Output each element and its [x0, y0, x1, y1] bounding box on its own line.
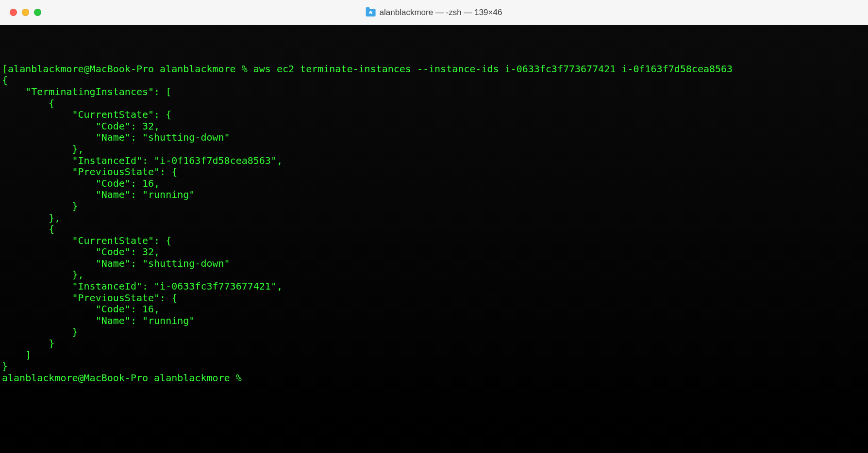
output-line: }	[2, 338, 54, 349]
window-titlebar: alanblackmore — -zsh — 139×46	[0, 0, 868, 25]
shell-command: aws ec2 terminate-instances --instance-i…	[253, 63, 733, 75]
window-title-text: alanblackmore — -zsh — 139×46	[380, 8, 502, 17]
output-line: {	[2, 223, 54, 235]
terminal-viewport[interactable]: [alanblackmore@MacBook-Pro alanblackmore…	[0, 25, 868, 453]
output-line: {	[2, 97, 54, 109]
shell-prompt: alanblackmore@MacBook-Pro alanblackmore …	[8, 63, 248, 75]
output-line: }	[2, 200, 78, 212]
minimize-window-button[interactable]	[22, 9, 29, 16]
output-line: }	[2, 360, 8, 372]
home-folder-icon	[366, 9, 376, 16]
output-line: "Code": 32,	[2, 120, 160, 132]
traffic-lights	[10, 9, 41, 16]
output-line: }	[2, 326, 78, 338]
prompt-open-bracket: [	[2, 63, 8, 75]
output-line: "CurrentState": {	[2, 109, 171, 120]
maximize-window-button[interactable]	[34, 9, 41, 16]
output-line: ]	[2, 349, 31, 361]
output-line: "Name": "running"	[2, 315, 195, 326]
output-line: "TerminatingInstances": [	[2, 86, 171, 97]
output-line: },	[2, 143, 84, 155]
output-line: {	[2, 74, 8, 86]
output-line: "InstanceId": "i-0633fc3f773677421",	[2, 280, 283, 292]
output-line: "InstanceId": "i-0f163f7d58cea8563",	[2, 155, 283, 166]
output-line: "Code": 32,	[2, 246, 160, 258]
window-title-container: alanblackmore — -zsh — 139×46	[366, 8, 502, 17]
output-line: },	[2, 269, 84, 280]
output-line: "Name": "shutting-down"	[2, 258, 230, 269]
output-line: "Name": "shutting-down"	[2, 131, 230, 143]
output-line: "Code": 16,	[2, 178, 160, 189]
output-line: "CurrentState": {	[2, 235, 171, 246]
output-line: "Name": "running"	[2, 189, 195, 200]
output-line: },	[2, 212, 60, 224]
output-line: "PreviousState": {	[2, 166, 177, 178]
output-line: "PreviousState": {	[2, 292, 177, 304]
output-line: "Code": 16,	[2, 303, 160, 315]
shell-prompt: alanblackmore@MacBook-Pro alanblackmore …	[2, 372, 242, 384]
close-window-button[interactable]	[10, 9, 17, 16]
terminal-content: [alanblackmore@MacBook-Pro alanblackmore…	[2, 52, 866, 384]
